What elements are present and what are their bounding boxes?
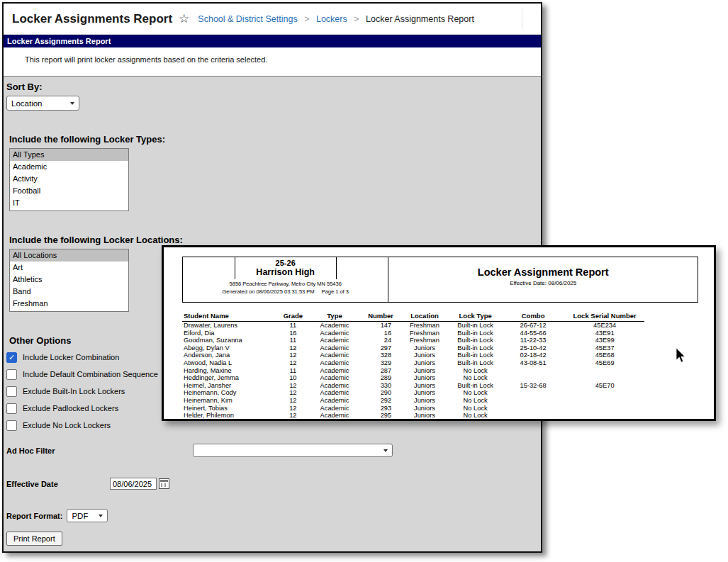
effective-date-label: Effective Date [6,480,110,488]
table-row: Harding, Maxine 11 Academic 287 Juniors … [182,367,644,375]
column-header: Number [362,312,399,322]
report-effective-date: Effective Date: 08/06/2025 [510,280,576,286]
table-row: Drawater, Laurens 11 Academic 147 Freshm… [182,322,644,330]
listbox-option[interactable]: Football [10,185,128,197]
listbox-option[interactable]: Activity [10,173,128,185]
report-description: This report will print locker assignment… [4,47,541,77]
column-header: Student Name [182,312,279,322]
table-row: Anderson, Jana 12 Academic 328 Juniors B… [182,352,644,359]
listbox-option[interactable]: Band [10,286,128,298]
checkbox[interactable] [6,403,17,414]
column-header: Location [399,312,450,322]
report-format-label: Report Format: [6,512,62,520]
checkbox-row[interactable]: Exclude No Lock Lockers [6,420,541,431]
chevron-down-icon [70,102,74,105]
column-header: Combo [501,312,566,322]
column-header: Type [307,312,362,322]
column-header: Lock Serial Number [566,312,644,322]
checkbox-label: Include Default Combination Sequence [23,370,158,378]
report-header-title: Locker Assignment Report Effective Date:… [388,257,698,302]
listbox-option[interactable]: IT [10,197,128,209]
generated-timestamp: Generated on 08/06/2025 03:31:53 PM [222,288,314,295]
report-preview-window: 25-26 Harrison High 5856 Peachtree Parkw… [162,245,716,421]
report-title-bar: Locker Assignments Report [4,35,541,47]
school-name: Harrison High [250,267,322,277]
generated-line: Generated on 08/06/2025 03:31:53 PM Page… [222,288,348,295]
report-format-select[interactable]: PDF [67,509,108,522]
app-header: Locker Assignments Report ☆ School & Dis… [4,4,541,35]
ad-hoc-filter-row: Ad Hoc Filter [6,444,541,457]
report-table-body: Drawater, Laurens 11 Academic 147 Freshm… [182,322,644,420]
effective-date-row: Effective Date [6,478,541,490]
report-title: Locker Assignment Report [478,266,609,278]
checkbox[interactable] [6,420,17,431]
sort-by-select[interactable]: Location [6,96,79,111]
table-row: Atwood, Nadia L 12 Academic 329 Juniors … [182,359,644,367]
calendar-icon[interactable] [159,478,169,489]
checkbox[interactable] [6,369,17,380]
report-format-value: PDF [72,512,88,520]
column-header: Grade [279,312,307,322]
report-table: Student Name Grade Type Number Location … [182,312,644,420]
table-row: Heinemann, Kim 12 Academic 292 Juniors N… [182,397,644,405]
page-indicator: Page 1 of 3 [322,288,349,295]
listbox-option[interactable]: Athletics [10,274,128,286]
table-row: Eiford, Dia 16 Academic 16 Freshman Buil… [182,330,644,337]
checkbox[interactable] [6,352,17,363]
sort-by-label: Sort By: [6,82,541,92]
ad-hoc-filter-select[interactable] [193,444,393,457]
mouse-cursor [676,347,687,364]
listbox-option[interactable]: Freshman [10,298,128,310]
checkbox-label: Exclude Built-In Lock Lockers [23,387,125,395]
report-header-school: 25-26 Harrison High 5856 Peachtree Parkw… [183,257,388,302]
favorite-star-icon[interactable]: ☆ [179,11,189,26]
table-row: Heinert, Tobias 12 Academic 293 Juniors … [182,405,644,412]
header-divider [522,9,522,29]
listbox-option[interactable]: All Types [10,149,128,161]
locker-locations-listbox[interactable]: All LocationsArtAthleticsBandFreshman [9,249,129,312]
school-address: 5856 Peachtree Parkway, Metro City MN 55… [230,281,342,287]
table-row: Abegg, Dylan V 12 Academic 297 Juniors B… [182,344,644,352]
checkbox-label: Include Locker Combination [23,353,119,361]
listbox-option[interactable]: Art [10,262,128,274]
school-name-box: 25-26 Harrison High [235,257,337,279]
effective-date-input[interactable] [110,478,157,490]
checkbox-label: Exclude No Lock Lockers [23,421,111,429]
listbox-option[interactable]: Academic [10,161,128,173]
report-format-row: Report Format: PDF [6,509,541,522]
checkbox[interactable] [6,386,17,397]
breadcrumb: School & District Settings > Lockers > L… [198,14,474,24]
report-table-header-row: Student Name Grade Type Number Location … [182,312,644,322]
school-year: 25-26 [250,259,322,267]
ad-hoc-filter-label: Ad Hoc Filter [6,446,193,455]
locker-types-label: Include the following Locker Types: [9,134,541,145]
table-row: Heddinger, Jemma 10 Academic 289 Juniors… [182,374,644,382]
sort-by-value: Location [11,99,42,108]
breadcrumb-lockers[interactable]: Lockers [316,14,347,24]
table-row: Heimel, Jansher 12 Academic 330 Juniors … [182,382,644,390]
breadcrumb-separator-icon: > [304,14,309,24]
table-row: Heinemann, Cody 12 Academic 290 Juniors … [182,389,644,397]
breadcrumb-current-page: Locker Assignments Report [366,14,474,24]
page-title: Locker Assignments Report [12,12,172,26]
table-row: Goodman, Suzanna 11 Academic 24 Freshman… [182,337,644,344]
locker-locations-label: Include the following Locker Locations: [9,235,541,245]
chevron-down-icon [383,449,388,452]
breadcrumb-school-district-settings[interactable]: School & District Settings [198,14,297,24]
listbox-option[interactable]: All Locations [10,249,128,262]
column-header: Lock Type [450,312,501,322]
chevron-down-icon [99,515,103,517]
locker-types-listbox[interactable]: All TypesAcademicActivityFootballIT [9,148,129,211]
print-report-button[interactable]: Print Report [6,532,62,546]
table-row: Helder, Philemon 12 Academic 295 Juniors… [182,412,644,420]
checkbox-label: Exclude Padlocked Lockers [23,404,118,412]
report-header: 25-26 Harrison High 5856 Peachtree Parkw… [182,257,698,303]
breadcrumb-separator-icon: > [354,14,359,24]
